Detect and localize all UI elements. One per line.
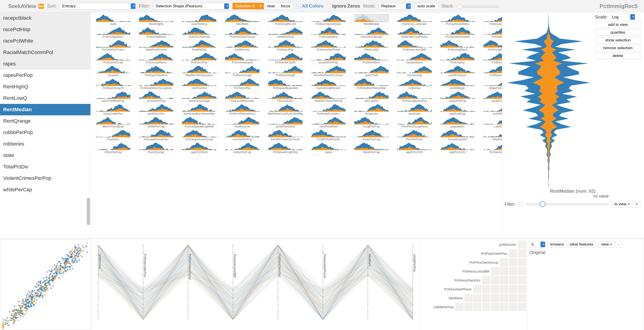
splom-cell[interactable] [509,294,517,302]
thumbnail[interactable]: medIncome [222,117,262,128]
clear-button[interactable]: clear [264,3,278,9]
fast-forward-icon[interactable]: ⏩ [38,3,44,9]
splom-cell[interactable] [518,240,526,249]
thumbnail[interactable]: NumImmig [395,65,434,77]
thumbnail[interactable]: pctWSocSec [136,104,176,115]
sidebar-item[interactable]: RentQrange [0,115,90,127]
splom-cell[interactable] [518,285,526,293]
thumbnail[interactable]: LandArea [481,117,502,128]
thumbnail[interactable]: PctVacantBoarded [266,78,305,90]
thumbnail[interactable]: TotalPctDiv [180,40,219,51]
thumbnail[interactable]: OwnOccMedVal [180,27,219,38]
thumbnail[interactable]: agePct12t29 [395,142,434,154]
thumbnail[interactable]: nonViolPerPop [222,130,262,141]
thumbnail[interactable]: PctLargHouseFam [136,130,176,141]
mode-select[interactable]: Replace [379,3,411,9]
splom-cell[interactable] [509,276,517,284]
thumbnail[interactable]: racepctblack [395,53,434,64]
thumbnail[interactable]: agePct65up [438,104,477,115]
splom-cell[interactable] [518,258,526,266]
kmeans-button[interactable]: kmeans [547,241,567,248]
thumbnail[interactable]: PctHousNoPhone [309,40,348,51]
sidebar-item[interactable]: RentMedian [0,104,90,115]
sidebar-item[interactable]: ViolentCrimesPerPop [0,173,90,184]
sidebar-item[interactable]: state [0,150,90,161]
thumbnail[interactable]: racePctAsian [438,65,477,77]
sidebar-item[interactable]: rapes [0,58,90,69]
thumbnail[interactable]: PctBornSameState [309,14,348,26]
thumbnail[interactable]: OtherPerCap [94,142,133,154]
thumbnail[interactable]: PctWOFullPlumb [309,130,348,141]
scale-select[interactable]: Log [610,14,635,20]
thumbnail[interactable]: rapesPerPop [438,91,477,102]
thumbnail[interactable]: MalePctNevMarr [481,78,502,90]
splom-cell[interactable] [500,303,508,311]
add-to-view-button[interactable]: add to view [595,21,641,28]
thumbnail[interactable]: PctPopUnderPov [136,65,176,77]
thumbnail[interactable]: PctEmploy [438,53,477,64]
ignore-zeros-checkbox[interactable]: Ignore Zeros [327,3,360,9]
thumbnail[interactable]: MedRent [222,14,262,26]
sidebar-item[interactable]: racepctblack [0,12,90,24]
sidebar-item[interactable]: racePctHisp [0,24,90,35]
scrollbar-track[interactable] [86,12,90,239]
sort-select[interactable]: Entropy [60,3,136,9]
thumbnail[interactable]: PctOccupManu [136,53,176,64]
thumbnail[interactable]: PctImmigRec5 [438,40,477,51]
thumbnail[interactable]: PersPerOccupHous [395,117,434,128]
thumbnail[interactable]: arsonsPerPop [136,91,176,102]
splom-cell[interactable] [482,303,490,311]
filter-select[interactable]: Selection Shape (Pearson) [154,3,229,9]
to-view-gt-button[interactable]: > [632,201,641,207]
thumbnail[interactable]: PersPerOwnOccHous [266,130,305,141]
remove-selection-button[interactable]: remove selection [595,45,641,51]
splom-cell[interactable] [473,285,482,293]
splom-cell[interactable] [518,294,526,302]
thumbnail[interactable]: OwnOccQrange [180,91,219,102]
selection-button[interactable]: Selection 0 [232,3,258,9]
thumbnail[interactable]: PctRecImmig5 [222,65,262,77]
thumbnail[interactable]: PctOccupMgmtProf [481,40,502,51]
selection-dropdown[interactable]: ▾ [258,3,264,9]
sidebar-item[interactable]: TotalPctDiv [0,161,90,173]
splom-cell[interactable] [500,294,508,302]
thumbnail[interactable]: FemalePctDiv [481,27,502,38]
thumbnail[interactable]: NumImmigRecent [309,78,348,90]
thumbnail[interactable]: pctWInvInc [222,40,262,51]
splom-cell[interactable] [509,249,517,258]
sidebar-item[interactable]: racePctWhite [0,35,90,47]
thumbnail[interactable]: robbbPerPop [266,27,305,38]
thumbnail[interactable]: OwnOccLowQuart [395,14,434,26]
thumbnail[interactable]: PctLargHouseOccup [180,130,219,141]
thumbnail[interactable]: RentMedian [352,14,391,26]
thumbnail[interactable]: PctSpeakEnglOnly [266,142,305,154]
thumbnail[interactable]: PctKids2Par [266,40,305,51]
splom-cell[interactable] [491,285,499,293]
thumbnail[interactable]: blackPerCap [352,142,391,154]
splom-cell[interactable] [509,258,517,266]
thumbnail[interactable]: pctWPubAsst [481,91,502,102]
thumbnail[interactable]: robberies [395,78,434,90]
thumbnail[interactable]: population [438,117,477,128]
show-selection-button[interactable]: show selection [595,37,641,43]
sidebar-item[interactable]: RacialMatchCommPol [0,47,90,58]
thumbnail[interactable]: whitePerCap [136,117,176,128]
thumbnail[interactable]: PctRecentImmig [481,65,502,77]
thumbnail[interactable]: RentHighQ [136,14,176,26]
splom-cell[interactable] [482,285,490,293]
view-plus-button[interactable]: view + [598,241,615,248]
minus-button[interactable]: - [615,241,622,248]
splom-cell[interactable] [500,276,508,284]
thumbnail[interactable]: householdsize [438,130,477,141]
clear-features-button[interactable]: clear features [567,241,596,248]
thumbnail[interactable]: PersPerFam [395,130,434,141]
thumbnail[interactable]: burglaries [352,104,391,115]
thumbnail[interactable]: perCapInc [352,91,391,102]
splom-cell[interactable] [509,267,517,275]
sidebar-item[interactable]: whitePerCap [0,184,90,195]
thumbnail[interactable]: PctBSorMore [481,53,502,64]
all-colors-checkbox[interactable]: All Colors [296,3,323,9]
sidebar-item[interactable]: RentLowQ [0,92,90,104]
thumbnail[interactable]: PctNotHSGrad [94,53,133,64]
scrollbar-thumb[interactable] [87,198,90,225]
